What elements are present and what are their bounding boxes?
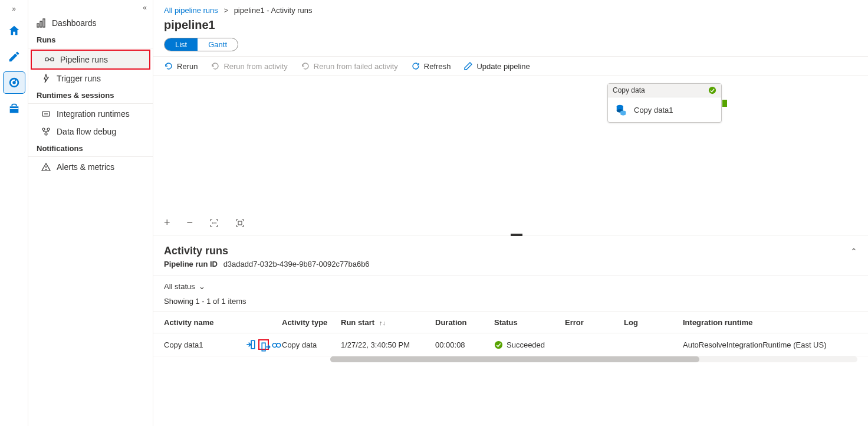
sidebar-dataflow-debug[interactable]: Data flow debug — [28, 123, 153, 140]
refresh-label: Refresh — [424, 62, 451, 71]
success-icon — [494, 340, 503, 349]
zoom-reset-button[interactable]: 100 — [209, 217, 219, 229]
rerun-activity-label: Rerun from activity — [223, 62, 287, 71]
output-details-button[interactable] — [258, 339, 269, 350]
sidebar-alerts-metrics[interactable]: Alerts & metrics — [28, 158, 153, 176]
pipeline-canvas[interactable]: Copy data Copy data1 + − 100 — [153, 76, 868, 235]
sidebar-pipeline-runs[interactable]: Pipeline runs — [32, 51, 149, 68]
horizontal-scrollbar[interactable] — [330, 356, 857, 362]
pane-resize-handle[interactable] — [511, 234, 522, 236]
svg-rect-25 — [251, 340, 255, 349]
sort-icon: ↑↓ — [379, 319, 386, 326]
svg-point-30 — [495, 340, 502, 348]
rerun-failed-icon — [301, 61, 310, 71]
alert-icon — [41, 162, 51, 172]
col-run-start[interactable]: Run start ↑↓ — [341, 318, 435, 327]
svg-point-15 — [47, 128, 50, 130]
cell-status: Succeeded — [494, 340, 565, 349]
refresh-icon — [411, 61, 420, 71]
cell-status-text: Succeeded — [507, 340, 545, 349]
trigger-icon — [41, 74, 51, 83]
rail-author[interactable] — [4, 46, 25, 67]
breadcrumb: All pipeline runs > pipeline1 - Activity… — [153, 0, 868, 17]
svg-point-14 — [42, 128, 45, 130]
database-icon — [615, 103, 628, 116]
activity-runs-header: Activity runs ⌃ — [153, 235, 868, 260]
rail-manage[interactable] — [4, 98, 25, 119]
svg-point-27 — [272, 343, 277, 348]
rerun-label: Rerun — [177, 62, 198, 71]
details-button[interactable] — [271, 339, 282, 350]
rerun-activity-icon — [211, 61, 220, 71]
svg-text:100: 100 — [212, 221, 217, 225]
collapse-sidebar-button[interactable]: « — [28, 4, 153, 14]
table-row: Copy data1 Copy data 1/27/22, 3:40:50 PM… — [153, 333, 868, 356]
rail-monitor[interactable] — [4, 72, 25, 93]
cell-activity-name[interactable]: Copy data1 — [164, 340, 243, 349]
svg-point-28 — [277, 343, 281, 348]
input-details-button[interactable] — [245, 339, 256, 350]
col-log[interactable]: Log — [624, 318, 683, 327]
zoom-in-button[interactable]: + — [164, 217, 170, 229]
output-icon — [261, 342, 271, 352]
activity-runs-table: Activity name Activity type Run start ↑↓… — [153, 312, 868, 356]
svg-point-16 — [45, 133, 47, 135]
rail-home[interactable] — [4, 20, 25, 41]
gauge-icon — [8, 76, 21, 89]
activity-node-name: Copy data1 — [634, 106, 673, 114]
col-duration[interactable]: Duration — [435, 318, 494, 327]
col-run-start-label: Run start — [341, 318, 374, 327]
rerun-button[interactable]: Rerun — [164, 61, 198, 71]
results-count: Showing 1 - 1 of 1 items — [153, 297, 868, 312]
canvas-controls: + − 100 — [164, 217, 245, 229]
view-list[interactable]: List — [165, 38, 198, 51]
col-error[interactable]: Error — [565, 318, 624, 327]
runtime-icon — [41, 109, 51, 119]
svg-point-18 — [46, 169, 47, 170]
sidebar-dashboards[interactable]: Dashboards — [28, 14, 153, 32]
scrollbar-thumb[interactable] — [330, 356, 699, 362]
svg-rect-7 — [43, 19, 45, 27]
expand-rail-button[interactable]: » — [12, 4, 16, 14]
sidebar-trigger-runs[interactable]: Trigger runs — [28, 70, 153, 87]
pencil-icon — [8, 50, 21, 63]
breadcrumb-root[interactable]: All pipeline runs — [164, 6, 218, 15]
status-filter[interactable]: All status ⌄ — [153, 276, 868, 297]
col-status[interactable]: Status — [494, 318, 565, 327]
monitor-sidebar: « Dashboards Runs Pipeline runs Trigger … — [28, 0, 153, 426]
activity-node-copydata[interactable]: Copy data Copy data1 — [607, 83, 722, 123]
input-icon — [245, 339, 256, 350]
dashboard-icon — [37, 18, 46, 28]
sidebar-trigger-runs-label: Trigger runs — [57, 74, 101, 83]
rerun-failed-label: Rerun from failed activity — [314, 62, 398, 71]
run-id-label: Pipeline run ID — [164, 260, 218, 268]
svg-point-19 — [709, 87, 716, 94]
svg-rect-4 — [9, 108, 18, 109]
update-pipeline-button[interactable]: Update pipeline — [463, 61, 530, 71]
svg-rect-6 — [40, 21, 42, 27]
main-content: All pipeline runs > pipeline1 - Activity… — [153, 0, 868, 426]
sidebar-alerts-metrics-label: Alerts & metrics — [57, 162, 114, 172]
col-activity-type[interactable]: Activity type — [282, 318, 341, 327]
collapse-activity-runs-button[interactable]: ⌃ — [850, 247, 857, 256]
col-activity-name[interactable]: Activity name — [164, 318, 282, 327]
rerun-failed-button: Rerun from failed activity — [301, 61, 398, 71]
fit-screen-button[interactable] — [235, 217, 245, 229]
pipeline-run-id-row: Pipeline run ID d3adadd7-032b-439e-9b87-… — [153, 260, 868, 276]
view-toggle: List Gantt — [164, 38, 238, 51]
update-pipeline-label: Update pipeline — [476, 62, 530, 71]
svg-rect-24 — [238, 221, 242, 225]
sidebar-section-runs: Runs — [28, 32, 153, 48]
sidebar-section-runtimes: Runtimes & sessions — [28, 87, 153, 104]
sidebar-pipeline-runs-label: Pipeline runs — [60, 55, 108, 64]
node-success-marker — [722, 100, 727, 107]
home-icon — [8, 24, 21, 37]
cell-activity-type: Copy data — [282, 340, 341, 349]
view-gantt[interactable]: Gantt — [198, 38, 238, 51]
svg-marker-11 — [44, 74, 48, 83]
zoom-out-button[interactable]: − — [187, 217, 193, 229]
refresh-button[interactable]: Refresh — [411, 61, 451, 71]
sidebar-integration-runtimes[interactable]: Integration runtimes — [28, 105, 153, 123]
run-id-value: d3adadd7-032b-439e-9b87-0092c77ba6b6 — [223, 260, 370, 268]
col-integration-runtime[interactable]: Integration runtime — [683, 318, 857, 327]
